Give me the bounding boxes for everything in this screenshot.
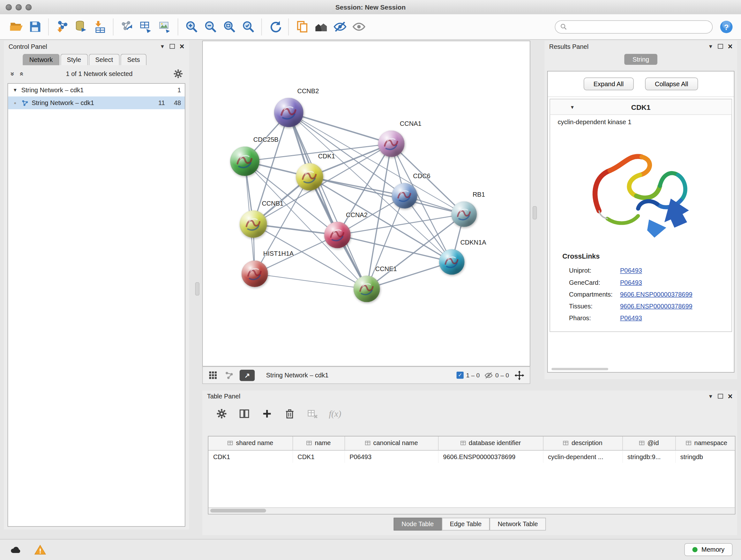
gene-disclosure-icon[interactable]: ▼ [569, 105, 576, 110]
crosslink-link[interactable]: 9606.ENSP00000378699 [620, 303, 727, 310]
search-input[interactable] [570, 23, 708, 30]
cloud-status-button[interactable] [9, 543, 23, 557]
collapse-panel-icon[interactable]: ▼ [160, 44, 165, 49]
cell-canonical-name[interactable]: P06493 [345, 450, 438, 463]
float-panel-icon[interactable] [718, 44, 723, 49]
crosslink-link[interactable]: P06493 [620, 279, 727, 286]
crosslink-link[interactable]: P06493 [620, 267, 727, 274]
gene-section-header[interactable]: ▼ CDK1 [550, 99, 732, 115]
table-row[interactable]: CDK1 CDK1 P06493 9606.ENSP00000378699 cy… [208, 450, 735, 463]
network-edge[interactable] [289, 112, 391, 144]
network-node-CDC25B[interactable] [230, 146, 259, 176]
zoom-selected-button[interactable] [239, 17, 258, 36]
close-panel-icon[interactable]: × [728, 43, 733, 51]
network-edge[interactable] [289, 112, 367, 289]
collapse-all-button[interactable]: Collapse All [645, 78, 698, 90]
horizontal-scrollbar[interactable] [551, 368, 608, 370]
import-table-button[interactable] [90, 17, 109, 36]
network-node-HIST1H1A[interactable] [242, 260, 268, 287]
export-image-button[interactable] [155, 17, 174, 36]
column-header[interactable]: database identifier [438, 436, 543, 450]
collection-disclosure-icon[interactable]: ▼ [12, 87, 18, 92]
crosslink-link[interactable]: 9606.ENSP00000378699 [620, 291, 727, 298]
close-panel-icon[interactable]: × [728, 392, 733, 400]
column-header[interactable]: shared name [208, 436, 293, 450]
float-panel-icon[interactable] [170, 44, 175, 49]
network-edge[interactable] [337, 235, 452, 262]
cell-name[interactable]: CDK1 [293, 450, 345, 463]
network-canvas[interactable]: CCNB2CCNA1CDC25BCDK1CDC6RB1CCNB1CCNA2CDK… [202, 41, 530, 366]
help-button[interactable]: ? [718, 18, 734, 35]
column-header[interactable]: @id [622, 436, 675, 450]
scrollbar-thumb[interactable] [210, 509, 266, 512]
zoom-fit-button[interactable] [220, 17, 239, 36]
expand-all-button[interactable]: Expand All [584, 78, 634, 90]
open-session-button[interactable] [7, 17, 25, 36]
column-header[interactable]: description [543, 436, 623, 450]
table-options-button[interactable] [214, 407, 228, 421]
network-node-CCNE1[interactable] [354, 275, 380, 302]
tab-edge-table[interactable]: Edge Table [442, 518, 489, 531]
tab-network[interactable]: Network [23, 54, 59, 65]
column-header[interactable]: canonical name [345, 436, 438, 450]
network-node-CCNB2[interactable] [274, 98, 304, 127]
cell-description[interactable]: cyclin-dependent ... [543, 450, 623, 463]
function-builder-button[interactable]: f(x) [328, 407, 342, 421]
horizontal-scrollbar[interactable] [208, 507, 735, 514]
warnings-button[interactable] [33, 543, 47, 557]
apply-layout-button[interactable] [266, 17, 284, 36]
home-button[interactable] [312, 17, 330, 36]
delete-column-button[interactable] [283, 407, 297, 421]
network-node-CDK1[interactable] [296, 163, 323, 191]
network-node-RB1[interactable] [451, 201, 477, 227]
save-session-button[interactable] [25, 17, 44, 36]
close-panel-icon[interactable]: × [180, 43, 185, 51]
collapse-panel-icon[interactable]: ▼ [708, 44, 713, 49]
copy-button[interactable] [293, 17, 312, 36]
export-table-button[interactable] [136, 17, 155, 36]
cell-id[interactable]: stringdb:9... [622, 450, 675, 463]
cell-namespace[interactable]: stringdb [675, 450, 735, 463]
network-row[interactable]: ● String Network – cdk1 11 48 [8, 97, 185, 109]
add-column-button[interactable] [260, 407, 274, 421]
show-all-button[interactable] [349, 17, 368, 36]
export-network-button[interactable] [117, 17, 136, 36]
pan-mode-button[interactable] [514, 369, 525, 381]
collapse-panel-icon[interactable]: ▼ [708, 393, 713, 399]
select-columns-button[interactable] [237, 407, 251, 421]
birds-eye-view-button[interactable] [207, 369, 219, 381]
column-header[interactable]: name [293, 436, 345, 450]
splitter-handle[interactable] [195, 282, 199, 295]
tab-sets[interactable]: Sets [121, 54, 146, 65]
zoom-out-button[interactable] [201, 17, 219, 36]
tab-network-table[interactable]: Network Table [489, 518, 546, 531]
network-node-CCNA1[interactable] [378, 131, 405, 157]
tab-string[interactable]: String [624, 54, 657, 64]
network-edge[interactable] [255, 273, 367, 289]
splitter-handle[interactable] [533, 206, 537, 219]
network-options-button[interactable] [173, 69, 184, 79]
cell-database-identifier[interactable]: 9606.ENSP00000378699 [438, 450, 543, 463]
tab-node-table[interactable]: Node Table [394, 518, 442, 531]
network-node-CCNB1[interactable] [240, 210, 267, 238]
expand-all-icon[interactable]: « [18, 71, 26, 77]
network-collection-row[interactable]: ▼ String Network – cdk1 1 [8, 84, 185, 97]
float-panel-icon[interactable] [718, 394, 723, 399]
detach-view-button[interactable]: ↗ [240, 369, 255, 381]
network-share-button[interactable] [223, 369, 235, 381]
collapse-all-icon[interactable]: » [9, 71, 17, 77]
network-node-CDKN1A[interactable] [439, 249, 465, 274]
memory-button[interactable]: Memory [684, 543, 733, 556]
hide-selected-button[interactable] [330, 17, 349, 36]
cell-shared-name[interactable]: CDK1 [208, 450, 293, 463]
tab-select[interactable]: Select [89, 54, 120, 65]
crosslink-link[interactable]: P06493 [620, 314, 727, 321]
delete-table-button[interactable] [306, 407, 320, 421]
column-header[interactable]: namespace [675, 436, 735, 450]
zoom-in-button[interactable] [182, 17, 201, 36]
import-network-file-button[interactable] [52, 17, 71, 36]
network-node-CCNA2[interactable] [324, 222, 351, 248]
network-node-CDC6[interactable] [392, 183, 417, 208]
import-network-database-button[interactable] [71, 17, 90, 36]
tab-style[interactable]: Style [60, 54, 88, 65]
